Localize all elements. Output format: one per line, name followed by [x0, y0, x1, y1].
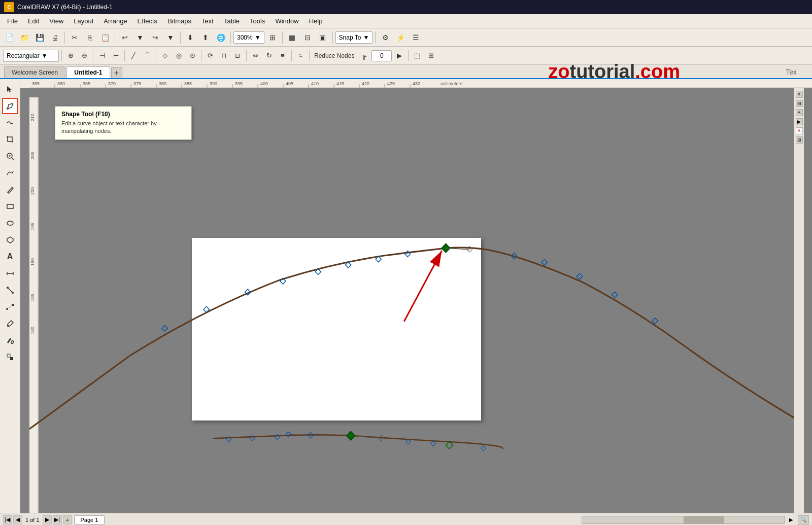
stretch-reflect-btn[interactable]: ⇔: [249, 50, 261, 62]
align-nodes-btn[interactable]: ≡: [277, 50, 289, 62]
menu-arrange[interactable]: Arrange: [98, 15, 132, 27]
fill-tool-btn[interactable]: [2, 332, 18, 348]
print-button[interactable]: 🖨: [48, 30, 62, 45]
menu-window[interactable]: Window: [270, 15, 303, 27]
zoom-dropdown[interactable]: 300% ▼: [233, 31, 264, 44]
page-tab-1[interactable]: Page 1: [74, 515, 105, 524]
join-nodes-btn[interactable]: ⊣: [96, 50, 108, 62]
reduce-nodes-apply[interactable]: ▶: [393, 50, 405, 62]
shape-type-dropdown[interactable]: Rectangular ▼: [3, 50, 59, 62]
paste-button[interactable]: 📋: [98, 30, 112, 45]
artistic-media-btn[interactable]: [2, 182, 18, 198]
reduce-nodes-input[interactable]: [371, 50, 392, 61]
add-node-btn[interactable]: ⊕: [64, 50, 77, 62]
menu-text[interactable]: Text: [196, 15, 219, 27]
rotate-skew-btn[interactable]: ↻: [263, 50, 275, 62]
blend-tool-btn[interactable]: [2, 299, 18, 315]
elastic-mode-btn[interactable]: ≈: [294, 50, 307, 62]
menu-effects[interactable]: Effects: [132, 15, 163, 27]
rectangle-tool-btn[interactable]: [2, 198, 18, 215]
zoom-fit[interactable]: ⊞: [265, 30, 280, 45]
zoom-in-btn[interactable]: 🔍: [798, 515, 809, 524]
copy-button[interactable]: ⎘: [83, 30, 97, 45]
app-icon: C: [4, 2, 14, 12]
open-button[interactable]: 📁: [17, 30, 31, 45]
view-mode3[interactable]: ▣: [316, 30, 330, 45]
right-panel-btn1[interactable]: ≡: [796, 91, 803, 98]
canvas-area[interactable]: 355 360 365 370 375 380 385 390 395 400 …: [20, 79, 812, 513]
freehand-tool-btn[interactable]: [2, 165, 18, 181]
scroll-right-btn[interactable]: ▶: [787, 515, 796, 524]
menu-bitmaps[interactable]: Bitmaps: [162, 15, 196, 27]
extract-subpath-btn[interactable]: ⊓: [218, 50, 230, 62]
right-panel-btn4[interactable]: ▶: [796, 118, 803, 125]
menu-edit[interactable]: Edit: [23, 15, 44, 27]
connector-tool-btn[interactable]: [2, 282, 18, 298]
zoom-tool-btn[interactable]: [2, 148, 18, 164]
shape-tool-btn[interactable]: [2, 98, 18, 114]
smart-fill-btn[interactable]: [2, 349, 18, 365]
menu-help[interactable]: Help: [304, 15, 328, 27]
more-btn[interactable]: ☰: [409, 30, 423, 45]
horizontal-scrollbar[interactable]: [582, 516, 785, 524]
sep3: [180, 31, 181, 44]
break-curve-btn[interactable]: ⊢: [110, 50, 122, 62]
eyedropper-btn[interactable]: [2, 316, 18, 332]
svg-text:380: 380: [159, 81, 166, 86]
import-button[interactable]: ⬇: [183, 30, 197, 45]
page-add-btn[interactable]: +: [63, 515, 72, 524]
options-btn[interactable]: ⚙: [378, 30, 392, 45]
page-last-btn[interactable]: ▶|: [53, 515, 62, 524]
right-panel-btn2[interactable]: ⊟: [796, 100, 803, 107]
page-first-btn[interactable]: |◀: [3, 515, 12, 524]
undo-button[interactable]: ↩: [118, 30, 132, 45]
page-prev-btn[interactable]: ◀: [13, 515, 22, 524]
tab-welcome[interactable]: Welcome Screen: [4, 66, 65, 78]
cut-button[interactable]: ✂: [67, 30, 82, 45]
quick-customize[interactable]: ⚡: [393, 30, 408, 45]
to-curve-btn[interactable]: ⌒: [141, 50, 153, 62]
view-mode2[interactable]: ⊟: [300, 30, 315, 45]
text-tool-btn[interactable]: A: [2, 249, 18, 265]
select-tool-btn[interactable]: [2, 81, 18, 97]
cusp-btn[interactable]: ◇: [159, 50, 171, 62]
select-all-nodes-btn[interactable]: ⬚: [411, 50, 423, 62]
right-panel-btn5[interactable]: ⊞: [796, 136, 803, 144]
menu-table[interactable]: Table: [219, 15, 245, 27]
close-curve-btn[interactable]: ⊔: [231, 50, 244, 62]
snap-dropdown[interactable]: Snap To ▼: [335, 31, 373, 44]
smear-tool-btn[interactable]: [2, 115, 18, 131]
tab-untitled1[interactable]: Untitled-1: [66, 66, 110, 78]
crop-tool-btn[interactable]: [2, 131, 18, 148]
to-line-btn[interactable]: ╱: [127, 50, 140, 62]
menu-view[interactable]: View: [44, 15, 69, 27]
menu-layout[interactable]: Layout: [69, 15, 98, 27]
undo-dropdown[interactable]: ▼: [133, 30, 147, 45]
dimension-tool-btn[interactable]: [2, 265, 18, 282]
right-panel-active-btn[interactable]: A: [796, 127, 803, 134]
right-panel-btn3[interactable]: A: [796, 109, 803, 116]
polygon-tool-btn[interactable]: [2, 232, 18, 248]
tab-add-button[interactable]: +: [111, 67, 122, 78]
redo-button[interactable]: ↪: [148, 30, 162, 45]
more-toolbar-btn[interactable]: ⊞: [425, 50, 437, 62]
delete-node-btn[interactable]: ⊖: [78, 50, 90, 62]
redo-dropdown[interactable]: ▼: [163, 30, 178, 45]
view-mode1[interactable]: ▦: [285, 30, 299, 45]
canvas-content[interactable]: 210 205 200 195 190 185 180: [29, 88, 804, 513]
symmetrical-btn[interactable]: ⊙: [186, 50, 198, 62]
svg-text:430: 430: [413, 81, 420, 86]
menu-tools[interactable]: Tools: [245, 15, 270, 27]
ruler-top: 355 360 365 370 375 380 385 390 395 400 …: [20, 79, 812, 88]
reduce-nodes-slider[interactable]: ╔: [358, 50, 370, 62]
save-button[interactable]: 💾: [32, 30, 47, 45]
new-button[interactable]: 📄: [2, 30, 16, 45]
page-next-btn[interactable]: ▶: [43, 515, 52, 524]
export-button[interactable]: ⬆: [198, 30, 213, 45]
ellipse-tool-btn[interactable]: [2, 215, 18, 231]
menu-file[interactable]: File: [2, 15, 23, 27]
h-scroll-thumb[interactable]: [684, 516, 724, 523]
publish-button[interactable]: 🌐: [214, 30, 228, 45]
reverse-direction-btn[interactable]: ⟳: [204, 50, 216, 62]
smooth-btn[interactable]: ◎: [173, 50, 185, 62]
